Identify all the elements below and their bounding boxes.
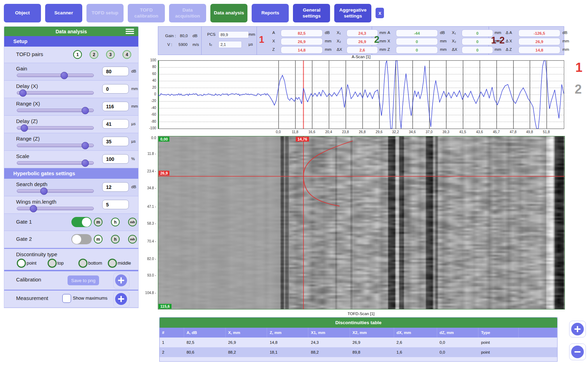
panel-2-label2-2: ΔX bbox=[452, 47, 457, 52]
range-x-slider-thumb[interactable] bbox=[82, 107, 89, 114]
wings-min-length-slider[interactable] bbox=[17, 207, 94, 210]
tofd-scan-image[interactable]: 0,00 115,6 14,76 26,9 bbox=[158, 136, 565, 309]
panel-1-unit-0: dB bbox=[325, 30, 330, 35]
search-depth-slider-thumb[interactable] bbox=[40, 188, 48, 195]
nav-button-tofd-calibration[interactable]: TOFD calibration bbox=[128, 4, 165, 22]
table-row-2[interactable]: 280,688,218,188,289,81,60,0point bbox=[160, 347, 557, 357]
ascan-ytick--80: -80 bbox=[145, 120, 156, 123]
panel-1-2-unit-0: dB bbox=[562, 30, 567, 35]
ascan-ytick-100: 100 bbox=[145, 58, 156, 62]
tofd-pairs-label: TOFD pairs bbox=[16, 51, 43, 57]
discontinuity-radio-top[interactable] bbox=[48, 259, 57, 268]
gate-1-mode-m[interactable]: m bbox=[94, 218, 103, 226]
tofd-pair-button-3[interactable]: 3 bbox=[106, 50, 115, 59]
gate-2-mode-h[interactable]: h bbox=[111, 235, 120, 244]
gate-1-mode-mh[interactable]: mh bbox=[128, 218, 137, 226]
range-z-slider[interactable] bbox=[17, 144, 94, 147]
nav-button-reports[interactable]: Reports bbox=[252, 4, 289, 22]
tofd-pair-button-1[interactable]: 1 bbox=[73, 50, 82, 59]
gain-label: Gain bbox=[16, 66, 27, 71]
show-maximums-checkbox[interactable] bbox=[62, 294, 71, 303]
ascan-xtick-8: 34,6 bbox=[409, 130, 415, 134]
pair-marker-2[interactable]: 2 bbox=[575, 82, 582, 97]
ascan-xtick-9: 37,0 bbox=[426, 130, 432, 134]
tofd-pair-button-4[interactable]: 4 bbox=[122, 50, 131, 59]
range-x-label: Range (X) bbox=[16, 101, 40, 107]
gate-1-toggle[interactable] bbox=[71, 217, 92, 227]
panel-2-label2-0: X₁ bbox=[452, 30, 456, 35]
panel-1-label2-0: X₁ bbox=[337, 30, 341, 35]
save-to-png-button[interactable]: Save to png bbox=[68, 275, 99, 285]
gain-input[interactable] bbox=[102, 67, 129, 76]
search-depth-input[interactable] bbox=[102, 182, 129, 192]
nav-button-object[interactable]: Object bbox=[4, 4, 41, 22]
delay-x-label: Delay (X) bbox=[16, 83, 38, 89]
gate-2-mode-mh[interactable]: mh bbox=[128, 235, 137, 244]
gate-2-toggle[interactable] bbox=[71, 234, 92, 244]
table-cell: Z, mm bbox=[267, 328, 308, 338]
wings-min-length-slider-thumb[interactable] bbox=[30, 205, 37, 212]
toggle-knob bbox=[82, 218, 91, 227]
delay-x-slider[interactable] bbox=[17, 91, 94, 95]
panel-1-value2-0: 24,3 bbox=[346, 29, 378, 37]
ascan-ytick-20: 20 bbox=[145, 86, 156, 89]
discontinuity-radio-point[interactable] bbox=[17, 259, 26, 268]
nav-button-data-acquisition[interactable]: Data acquisition bbox=[169, 4, 206, 22]
gate-1-mode-h[interactable]: h bbox=[111, 218, 120, 226]
ascan-xtick-1: 11,8 bbox=[292, 130, 299, 134]
calibration-add-button[interactable] bbox=[115, 274, 127, 286]
range-x-slider[interactable] bbox=[17, 109, 94, 112]
search-depth-slider[interactable] bbox=[17, 189, 94, 193]
remove-discontinuity-plate bbox=[569, 343, 586, 360]
discontinuities-table-footer bbox=[160, 357, 557, 361]
nav-button-tofd-setup[interactable]: TOFD setup bbox=[86, 4, 124, 22]
tofd-scan-tick-4: 47.1 - bbox=[144, 205, 156, 209]
ascan-chart[interactable] bbox=[158, 60, 564, 129]
range-z-slider-thumb[interactable] bbox=[82, 142, 89, 149]
hamburger-menu-icon[interactable] bbox=[126, 29, 134, 34]
discontinuity-radio-middle[interactable] bbox=[108, 259, 117, 268]
gate-2-mode-m[interactable]: m bbox=[94, 235, 103, 244]
delay-x-input[interactable] bbox=[102, 84, 129, 94]
gain-slider-thumb[interactable] bbox=[61, 72, 68, 79]
discontinuity-radio-bottom[interactable] bbox=[78, 259, 88, 268]
scale-slider-thumb[interactable] bbox=[82, 159, 89, 167]
scale-input[interactable] bbox=[102, 154, 129, 164]
measure-panel-1-2-number: 1-2 bbox=[491, 35, 505, 46]
discontinuity-label-top: top bbox=[57, 260, 64, 266]
tofd-pair-button-2[interactable]: 2 bbox=[90, 50, 98, 59]
nav-button-aggregative-settings[interactable]: Aggregative settings bbox=[334, 4, 371, 22]
ascan-xtick-15: 49,8 bbox=[526, 130, 533, 134]
measurement-add-button[interactable] bbox=[115, 293, 127, 305]
nav-button-scanner[interactable]: Scanner bbox=[45, 4, 82, 22]
add-discontinuity-button[interactable] bbox=[571, 323, 584, 335]
pcs-input[interactable]: 89,9 bbox=[218, 31, 249, 38]
tofd-scan-tick-9: 104.8 - bbox=[144, 291, 156, 295]
scale-slider[interactable] bbox=[17, 161, 94, 165]
gain-slider[interactable] bbox=[17, 74, 94, 77]
nav-close-button[interactable]: x bbox=[376, 8, 384, 18]
table-cell: 24,3 bbox=[308, 338, 350, 347]
remove-discontinuity-button[interactable] bbox=[571, 346, 584, 358]
pair-marker-1[interactable]: 1 bbox=[575, 60, 582, 75]
t0-input[interactable]: 2,1 bbox=[218, 41, 242, 48]
table-cell: A, dB bbox=[184, 328, 226, 338]
gate-1-label: Gate 1 bbox=[16, 219, 32, 225]
table-row-1[interactable]: 182,526,914,824,326,92,60,0point bbox=[160, 338, 557, 347]
wings-min-length-input[interactable] bbox=[102, 200, 129, 209]
panel-2-label-2: Z bbox=[387, 47, 390, 52]
range-z-input[interactable] bbox=[102, 137, 129, 146]
tofd-scan-tick-8: 93.0 - bbox=[144, 273, 156, 277]
delay-z-slider-thumb[interactable] bbox=[21, 124, 28, 132]
table-cell: 0,0 bbox=[437, 338, 479, 347]
nav-button-general-settings[interactable]: General settings bbox=[293, 4, 330, 22]
measure-panel-2-number: 2 bbox=[374, 34, 379, 45]
range-x-input[interactable] bbox=[102, 102, 129, 111]
nav-button-data-analysis[interactable]: Data analysis bbox=[210, 4, 247, 22]
delay-z-slider[interactable] bbox=[17, 126, 94, 130]
gain-readout-label: Gain : bbox=[165, 34, 176, 38]
delay-z-input[interactable] bbox=[102, 119, 129, 129]
slider-row-range-z: Range (Z)µs bbox=[4, 133, 138, 151]
delay-x-slider-thumb[interactable] bbox=[19, 89, 27, 97]
discontinuities-table: Discontinuities table #A, dBX, mmZ, mmX1… bbox=[159, 317, 558, 362]
